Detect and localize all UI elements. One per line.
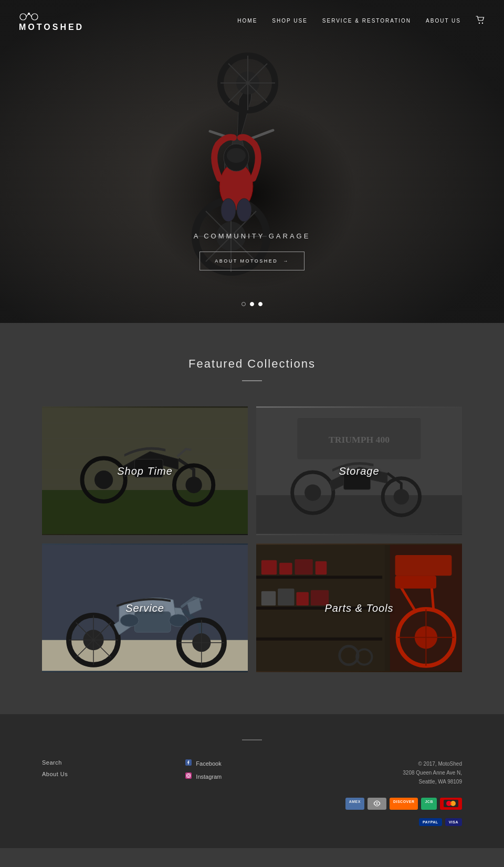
svg-point-27 — [227, 148, 246, 163]
footer-grid: Search About Us Facebook — [42, 759, 462, 829]
payment-icons: AMEX DISCOVER JCB — [329, 798, 462, 810]
cart-icon[interactable] — [476, 16, 485, 26]
collection-card-parts[interactable]: Parts & Tools — [256, 544, 462, 672]
collection-label-storage: Storage — [339, 465, 379, 477]
payment-jcb: JCB — [421, 798, 437, 810]
dot-1[interactable] — [242, 302, 246, 306]
svg-point-29 — [237, 199, 251, 222]
payment-diners — [368, 798, 386, 810]
footer-divider — [242, 739, 262, 740]
collection-card-service[interactable]: Service — [42, 544, 248, 672]
svg-point-96 — [190, 774, 191, 775]
nav-service[interactable]: SERVICE & RESTORATION — [322, 18, 411, 24]
section-title: Featured Collections — [42, 357, 462, 371]
main-nav: HOME SHOP USE SERVICE & RESTORATION ABOU… — [237, 16, 485, 26]
hero-cta-label: ABOUT MOTOSHED — [215, 258, 278, 264]
hero-cta-arrow: → — [283, 258, 289, 264]
svg-point-1 — [32, 14, 38, 20]
hero-section: A COMMUNITY GARAGE ABOUT MOTOSHED → — [0, 0, 504, 323]
hero-cta-button[interactable]: ABOUT MOTOSHED → — [200, 252, 304, 270]
collection-label-service: Service — [125, 602, 164, 614]
hero-content: A COMMUNITY GARAGE ABOUT MOTOSHED → — [0, 232, 504, 270]
collections-grid: Shop Time TRIUMPH 400 — [42, 406, 462, 672]
nav-shop-use[interactable]: SHOP USE — [272, 18, 308, 24]
svg-point-4 — [482, 22, 483, 23]
social-facebook[interactable]: Facebook — [185, 759, 318, 767]
site-header: MOTOSHED HOME SHOP USE SERVICE & RESTORA… — [0, 0, 504, 41]
dot-2[interactable] — [250, 302, 254, 306]
collection-card-shop-time[interactable]: Shop Time — [42, 406, 248, 535]
footer-right-col: © 2017, MotoShed 3208 Queen Anne Ave N, … — [329, 759, 462, 829]
payment-discover: DISCOVER — [390, 798, 418, 810]
facebook-icon — [185, 759, 192, 767]
dot-3[interactable] — [258, 302, 262, 306]
svg-point-28 — [221, 199, 236, 222]
social-instagram[interactable]: Instagram — [185, 772, 318, 780]
collection-label-parts: Parts & Tools — [324, 602, 393, 614]
payment-master — [440, 798, 462, 810]
payment-amex: AMEX — [345, 798, 364, 810]
logo-icon — [19, 9, 39, 21]
nav-about[interactable]: ABOUT US — [426, 18, 461, 24]
nav-home[interactable]: HOME — [237, 18, 257, 24]
site-footer: Search About Us Facebook — [0, 714, 504, 848]
section-divider — [242, 380, 262, 381]
hero-bg — [0, 0, 504, 323]
copyright-text: © 2017, MotoShed 3208 Queen Anne Ave N, … — [329, 759, 462, 786]
footer-link-search[interactable]: Search — [42, 759, 175, 766]
collection-label-shop-time: Shop Time — [117, 465, 173, 477]
footer-links-col: Search About Us — [42, 759, 175, 777]
instagram-label: Instagram — [196, 774, 222, 780]
payment-visa: VISA — [445, 818, 462, 826]
payment-icons-row2: PayPal VISA — [329, 818, 462, 826]
logo[interactable]: MOTOSHED — [19, 9, 84, 32]
svg-point-0 — [20, 14, 26, 20]
instagram-icon — [185, 772, 192, 780]
collection-card-storage[interactable]: TRIUMPH 400 Sto — [256, 406, 462, 535]
svg-point-3 — [479, 22, 480, 23]
hero-tagline: A COMMUNITY GARAGE — [0, 232, 504, 240]
svg-point-2 — [28, 13, 30, 15]
footer-social-col: Facebook Instagram — [185, 759, 318, 780]
svg-rect-93 — [185, 772, 192, 779]
facebook-label: Facebook — [196, 760, 221, 767]
hero-dots — [242, 302, 262, 306]
footer-link-about[interactable]: About Us — [42, 771, 175, 777]
logo-text: MOTOSHED — [19, 23, 84, 32]
payment-paypal: PayPal — [419, 818, 442, 826]
collections-section: Featured Collections — [0, 323, 504, 714]
